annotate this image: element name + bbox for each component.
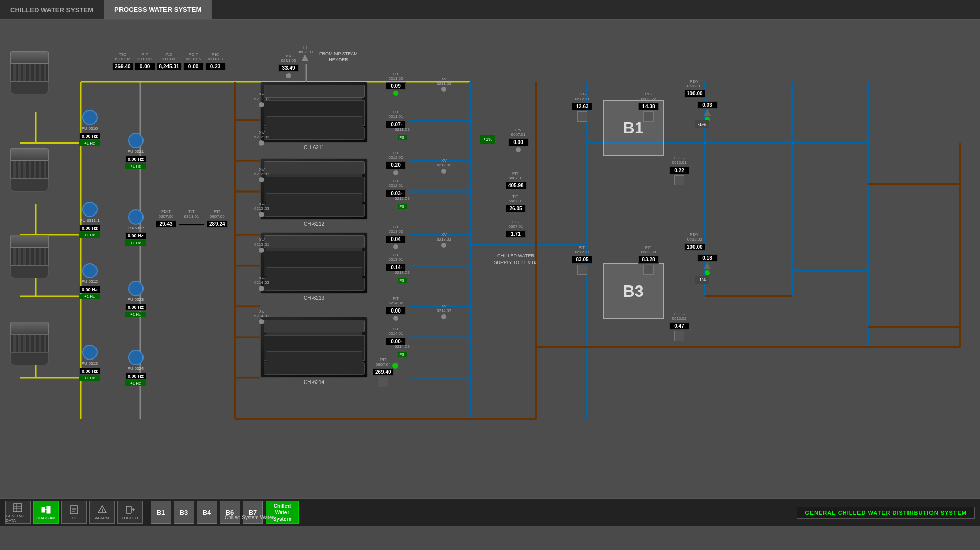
chiller-ch6214: CH-6214	[260, 317, 368, 385]
pump-pu6322-plus1[interactable]: +1 Hz	[125, 240, 146, 246]
pump-pu6311-plus1[interactable]: +1 Hz	[79, 232, 100, 238]
pit-6607-01: PIT-6607.01 405.98	[506, 171, 527, 189]
tab-process-label: PROCESS WATER SYSTEM	[114, 6, 201, 13]
inst-aic6310: AIC6310.00 8,245.31	[157, 52, 182, 70]
inst-fit6310: FIT6310.01 0.00	[135, 52, 155, 70]
pump-pu6321-plus1[interactable]: +1 Hz	[125, 163, 146, 169]
pump-pu6323: PU-6323 0.00 Hz +1 Hz	[125, 281, 146, 317]
pdy-0612-02-valve: 0.18	[697, 253, 718, 276]
pump-pu6311-label: PU-6311.1	[79, 218, 100, 223]
pit-0612-22: PIT-0612.22 14.38	[638, 92, 659, 123]
xv-6214-01: XV6214.01	[254, 309, 269, 325]
minus1-pct-b1-button[interactable]: -1%	[695, 120, 709, 128]
toolbar-alarm[interactable]: ALARM	[89, 501, 115, 524]
pdy-0612-02-top: PDY-0612.02 100.00	[684, 232, 705, 251]
pump-pu6313-hz: 0.00 Hz	[79, 368, 100, 375]
fit-6212-02: FIT6212.02 0.20	[386, 151, 406, 176]
alarm-icon	[97, 505, 107, 515]
nav-b3-label: B3	[180, 509, 188, 516]
alarm-label: ALARM	[95, 516, 109, 520]
green-ind-1	[392, 363, 398, 369]
tab-process-water[interactable]: PROCESS WATER SYSTEM	[104, 0, 212, 19]
pump-pu6322-hz: 0.00 Hz	[125, 232, 146, 240]
pump-pu6310-label: PU-6310	[79, 126, 100, 131]
header-tabs: CHILLED WATER SYSTEM PROCESS WATER SYSTE…	[0, 0, 980, 20]
pump-pu6323-label: PU-6323	[125, 297, 146, 302]
toolbar: GENERAL DATA DIAGRAM LOG	[0, 498, 980, 526]
svg-rect-60	[126, 506, 131, 513]
pump-pu6324-label: PU-6324	[125, 366, 146, 371]
pump-pu6321-label: PU-6321	[125, 149, 146, 154]
pump-pu6323-plus1[interactable]: +1 Hz	[125, 312, 146, 317]
pump-pu6321-hz: 0.00 Hz	[125, 156, 146, 163]
xv-6211-02: XV6211.02	[437, 77, 451, 93]
toolbar-general-data[interactable]: GENERAL DATA	[5, 501, 31, 524]
xv-6214-03: XV6214.03	[254, 276, 269, 292]
minus1-pct-b3-button[interactable]: -1%	[695, 276, 709, 284]
chiller-ch6212-label: CH-6212	[260, 221, 368, 227]
toolbar-diagram[interactable]: DIAGRAM	[33, 501, 59, 524]
svg-rect-51	[42, 507, 45, 512]
svg-point-59	[102, 511, 103, 512]
svg-rect-52	[47, 506, 50, 513]
logout-icon	[125, 505, 135, 515]
fsl-6212-03: FSL6212.03 FS	[395, 192, 410, 210]
pump-pu6310: PU-6310 0.00 Hz +1 Hz	[79, 110, 100, 146]
pdic-0612-01: PDIC-0612.01 0.22	[669, 156, 689, 186]
tab-chilled-water[interactable]: CHILLED WATER SYSTEM	[0, 0, 104, 19]
status-bar: GENERAL CHILLED WATER DISTRIBUTION SYSTE…	[301, 507, 975, 519]
pump-pu6324-plus1[interactable]: +1 Hz	[125, 380, 146, 386]
general-data-label: GENERAL DATA	[6, 514, 30, 523]
toolbar-nav-b7[interactable]: B7	[243, 501, 263, 524]
pump-pu6312: PU-6312 0.00 Hz +1 Hz	[79, 263, 100, 299]
pit-0612-21: PIT-0612.21 12.63	[572, 92, 592, 123]
fsl-6213-03: FSL6213.03 FS	[395, 266, 410, 284]
svg-rect-47	[14, 504, 22, 512]
pdy-0612-01-top: PDY-0612.01 100.00	[684, 79, 705, 98]
toolbar-nav-b4[interactable]: B4	[197, 501, 217, 524]
pump-pu6310-plus1[interactable]: +1 Hz	[79, 140, 100, 146]
pump-pu6312-hz: 0.00 Hz	[79, 286, 100, 293]
xv-6213-01: XV6213.01	[254, 237, 269, 254]
toolbar-chilled-water[interactable]: Chilled WaterSystem	[266, 501, 299, 524]
toolbar-nav-b3[interactable]: B3	[174, 501, 194, 524]
inst-pdit6310: PDIT6310.05 0.00	[183, 52, 204, 70]
main-diagram-area: PU-6310 0.00 Hz +1 Hz PU-6311.1 0.00 Hz …	[0, 20, 980, 526]
diagram-label: DIAGRAM	[36, 516, 55, 520]
pdic-0612-02: PDIC-0612.02 0.47	[669, 312, 689, 342]
pump-pu6313-label: PU-6313	[79, 361, 100, 366]
fy-6607-01: FY-6607.01 0.00	[508, 128, 529, 153]
xv-6211-01: XV6211.01	[254, 92, 269, 108]
toolbar-nav-b6[interactable]: B6	[220, 501, 240, 524]
fit-6213-02: FIT6213.02 0.04	[386, 225, 406, 250]
pump-pu6322-label: PU-6322	[125, 226, 146, 230]
pump-pu6313-plus1[interactable]: +1 Hz	[79, 375, 100, 381]
xv-6212-03: XV6212.03	[254, 130, 269, 147]
pump-pu6322: PU-6322 0.00 Hz +1 Hz	[125, 209, 146, 246]
log-icon	[69, 505, 79, 515]
toolbar-logout[interactable]: LOGOUT	[117, 501, 143, 524]
nav-b4-label: B4	[203, 509, 211, 516]
steam-header-label: FROM MP STEAMHEADER	[319, 51, 358, 63]
pump-pu6313: PU-6313 0.00 Hz +1 Hz	[79, 345, 100, 381]
fsl-6211-03: FSL6211.03 FS	[395, 123, 410, 141]
plus1-pct-button[interactable]: +1%	[480, 135, 495, 144]
fit-6607-01: FIT-6607.01 1.71	[506, 220, 526, 238]
pump-pu6311: PU-6311.1 0.00 Hz +1 Hz	[79, 202, 100, 238]
log-label: LOG	[70, 516, 79, 520]
pump-pu6312-label: PU-6312	[79, 279, 100, 284]
diagram-icon	[41, 505, 51, 515]
xv6211-03-block: XV6211.03 33.49	[278, 54, 299, 79]
tit-6607-01: TIT-6607.01 26.05	[506, 194, 526, 212]
pit-0612-37: PIT-0612.37 83.05	[572, 245, 592, 276]
pdit-instrument-cluster: PDIT6607.06 29.43 TIT6321.01 PIT6607.05 …	[156, 209, 228, 228]
xv-6212-02: XV6212.02	[437, 158, 451, 175]
pump-pu6312-plus1[interactable]: +1 Hz	[79, 294, 100, 299]
pump-pu6310-hz: 0.00 Hz	[79, 133, 100, 140]
fit-6211-02: FIT6211.02 0.09	[386, 71, 406, 97]
toolbar-nav-b1[interactable]: B1	[151, 501, 171, 524]
inst-tic6310: TIC6310.02 269.40	[112, 52, 133, 70]
toolbar-log[interactable]: LOG	[61, 501, 87, 524]
chilled-system-water-label: Chilled System Water	[225, 515, 274, 520]
fsl-6214-03: FSL6214.03 FS	[395, 340, 410, 358]
